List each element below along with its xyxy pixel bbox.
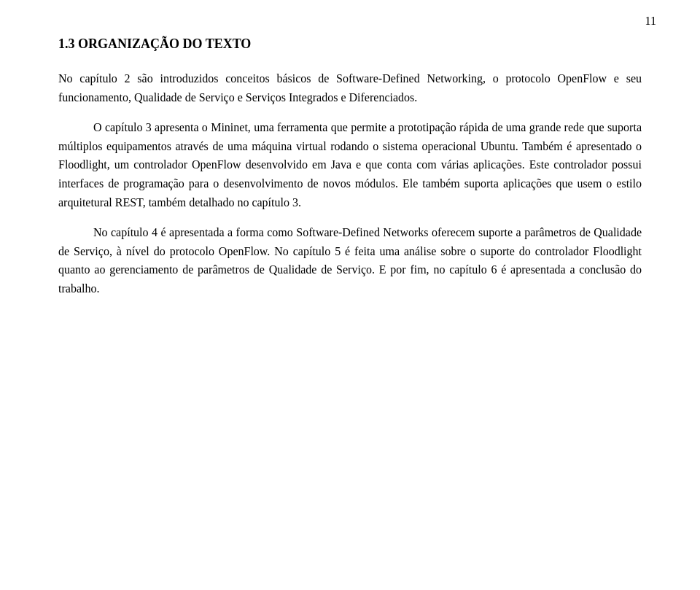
paragraph-2: O capítulo 3 apresenta o Mininet, uma fe… bbox=[58, 118, 642, 211]
page-number: 11 bbox=[645, 15, 656, 28]
section-title: 1.3 ORGANIZAÇÃO DO TEXTO bbox=[58, 36, 642, 52]
page-container: 11 1.3 ORGANIZAÇÃO DO TEXTO No capítulo … bbox=[0, 0, 700, 590]
paragraph-1: No capítulo 2 são introduzidos conceitos… bbox=[58, 69, 642, 106]
paragraph-3: No capítulo 4 é apresentada a forma como… bbox=[58, 223, 642, 298]
